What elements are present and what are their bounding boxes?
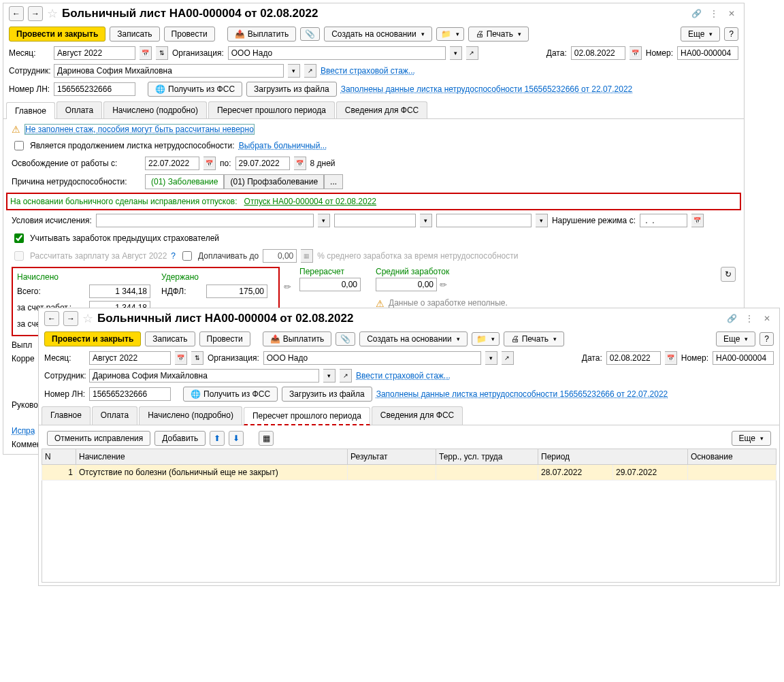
insurance-link[interactable]: Ввести страховой стаж... [356,371,451,380]
star-icon[interactable]: ☆ [47,6,58,21]
post-button[interactable]: Провести [199,331,250,346]
star-icon[interactable]: ☆ [82,311,93,326]
help-button[interactable]: ? [760,332,774,346]
open-icon[interactable]: ↗ [466,46,478,60]
cond-input-1[interactable] [96,214,314,227]
calendar-icon[interactable]: 📅 [691,214,704,227]
table-row[interactable]: 1 Отсутствие по болезни (больничный еще … [42,465,777,481]
emp-input[interactable] [54,64,284,78]
violation-input[interactable] [640,214,687,227]
get-fss-button[interactable]: 🌐 Получить из ФСС [183,387,278,402]
close-icon[interactable]: ✕ [725,7,738,20]
kebab-icon[interactable]: ⋮ [742,312,756,325]
supplement-checkbox[interactable] [182,251,192,261]
open-icon[interactable]: ↗ [340,369,352,383]
dropdown-icon[interactable]: ▾ [420,214,432,227]
col-accrual[interactable]: Начисление [76,449,348,465]
refresh-button[interactable]: ↻ [721,267,736,282]
tab-main[interactable]: Главное [42,406,91,425]
col-n[interactable]: N [42,449,76,465]
kebab-icon[interactable]: ⋮ [707,7,721,20]
help-button[interactable]: ? [724,27,738,41]
nav-back[interactable]: ← [9,6,24,21]
recalc-input[interactable] [299,278,361,291]
dropdown-icon[interactable]: ▾ [536,214,548,227]
col-basis[interactable]: Основание [688,449,777,465]
spinner-icon[interactable]: ⇅ [156,46,168,60]
emp-input[interactable] [89,369,319,383]
ndfl-input[interactable] [206,285,267,298]
create-based-button[interactable]: Создать на основании [359,331,468,346]
pay-button[interactable]: 📤 Выплатить [227,27,297,42]
ln-input[interactable] [54,82,135,96]
num-input[interactable] [677,46,738,60]
dropdown-icon[interactable]: ▾ [288,64,300,78]
insurance-link[interactable]: Ввести страховой стаж... [321,66,415,76]
fix-link[interactable]: Испра [12,426,35,436]
spinner-icon[interactable]: ⇅ [191,351,203,365]
date-input[interactable] [606,351,661,365]
month-input[interactable] [89,351,171,365]
cause-01[interactable]: (01) Заболевание [145,174,224,189]
tab-main[interactable]: Главное [6,102,55,119]
load-file-button[interactable]: Загрузить из файла [282,387,372,402]
more-button[interactable]: Еще [681,27,720,42]
link-icon[interactable]: 🔗 [725,312,738,325]
open-icon[interactable]: ↗ [304,64,316,78]
total-input[interactable] [89,285,150,298]
pencil-icon[interactable]: ✏ [440,280,447,290]
continuation-checkbox[interactable] [14,141,24,150]
ln-input[interactable] [89,387,171,401]
nav-fwd[interactable]: → [28,6,43,21]
tab-fss[interactable]: Сведения для ФСС [336,101,427,118]
correction-link[interactable]: Отпуск НА00-000004 от 02.08.2022 [244,197,376,206]
nav-fwd[interactable]: → [63,311,78,326]
open-icon[interactable]: ↗ [502,351,514,365]
tab-pay[interactable]: Оплата [92,406,137,425]
get-fss-button[interactable]: 🌐 Получить из ФСС [148,82,242,97]
dropdown-icon[interactable]: ▾ [450,46,462,60]
create-based-button[interactable]: Создать на основании [324,27,432,42]
col-terr[interactable]: Терр., усл. труда [436,449,538,465]
more-button[interactable]: Еще [716,331,755,346]
post-close-button[interactable]: Провести и закрыть [44,331,141,346]
tab-recalc[interactable]: Пересчет прошлого периода [208,101,335,118]
add-button[interactable]: Добавить [154,431,206,446]
num-input[interactable] [713,351,774,365]
link-icon[interactable]: 🔗 [689,7,703,20]
folder-button[interactable]: 📁 [472,332,500,346]
filled-link[interactable]: Заполнены данные листка нетрудоспособнос… [341,84,633,94]
folder-button[interactable]: 📁 [436,27,464,41]
tab-pay[interactable]: Оплата [56,101,102,118]
calendar-icon[interactable]: 📅 [140,46,152,60]
cond-input-2[interactable] [334,214,416,227]
nav-back[interactable]: ← [44,311,59,326]
dropdown-icon[interactable]: ▾ [323,369,336,383]
save-button[interactable]: Записать [145,331,195,346]
move-up-button[interactable]: ⬆ [210,431,225,446]
cancel-corrections-button[interactable]: Отменить исправления [47,431,150,446]
calendar-icon[interactable]: 📅 [665,351,677,365]
tab-recalc[interactable]: Пересчет прошлого периода [244,407,370,425]
attach-button[interactable]: 📎 [300,27,320,41]
save-button[interactable]: Записать [110,27,159,42]
load-file-button[interactable]: Загрузить из файла [246,82,337,97]
date-to-input[interactable] [235,157,290,170]
calendar-icon[interactable]: 📅 [175,351,187,365]
select-sick-link[interactable]: Выбрать больничный... [239,141,327,150]
tab-accrued[interactable]: Начислено (подробно) [103,101,207,118]
cause-02[interactable]: (01) Профзаболевание [224,174,324,189]
table-settings-button[interactable]: ▦ [259,431,274,446]
col-period[interactable]: Период [538,449,688,465]
warn-link[interactable]: Не заполнен стаж, пособия могут быть рас… [24,124,255,135]
filled-link[interactable]: Заполнены данные листка нетрудоспособнос… [376,389,668,399]
dropdown-icon[interactable]: ▾ [318,214,330,227]
calendar-icon[interactable]: 📅 [294,157,306,170]
tab-fss[interactable]: Сведения для ФСС [372,406,463,425]
org-input[interactable] [228,46,446,60]
cause-more[interactable]: ... [324,174,343,189]
close-icon[interactable]: ✕ [760,312,774,325]
avg-input[interactable] [376,278,437,291]
print-button[interactable]: 🖨 Печать [504,331,564,346]
prev-earnings-checkbox[interactable] [14,233,24,243]
